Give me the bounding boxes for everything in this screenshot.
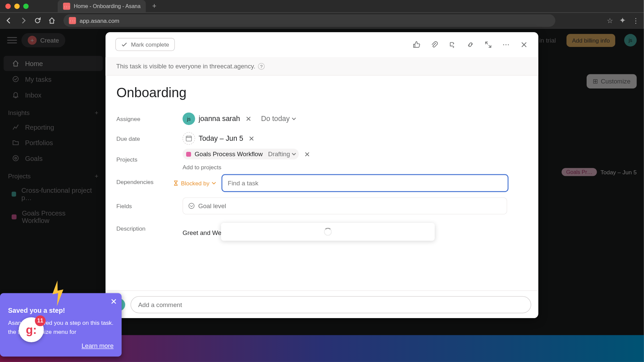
chevron-down-icon: [212, 181, 216, 185]
svg-rect-4: [186, 136, 192, 141]
badge-count: 11: [35, 315, 46, 326]
toast-title: Saved you a step!: [8, 306, 114, 314]
menu-icon[interactable]: ⋮: [632, 16, 639, 25]
add-to-projects-button[interactable]: Add to projects: [182, 164, 221, 171]
dependency-type-dropdown[interactable]: Blocked by: [173, 180, 216, 187]
address-bar[interactable]: app.asana.com: [63, 14, 555, 27]
comment-input[interactable]: Add a comment: [130, 296, 531, 313]
calendar-icon[interactable]: [182, 132, 195, 145]
project-color-icon: [186, 152, 191, 157]
hourglass-icon: [173, 181, 179, 186]
window-close-icon[interactable]: [5, 4, 11, 9]
check-icon: [121, 41, 127, 48]
section-dropdown[interactable]: Drafting: [268, 150, 296, 158]
automation-toast: ✕ Saved you a step! Asana just saved you…: [0, 293, 122, 356]
extensions-icon[interactable]: ✦: [619, 16, 626, 25]
remove-project-button[interactable]: ✕: [302, 150, 312, 158]
assignee-avatar[interactable]: js: [182, 113, 195, 125]
browser-toolbar: app.asana.com ☆ ✦ ⋮: [0, 12, 644, 28]
window-minimize-icon[interactable]: [14, 4, 20, 9]
task-title[interactable]: Onboarding: [116, 80, 528, 109]
field-label-assignee: Assignee: [116, 116, 182, 122]
field-label-due: Due date: [116, 135, 182, 142]
chevron-down-icon: [291, 152, 296, 156]
due-date-value[interactable]: Today – Jun 5: [199, 134, 243, 142]
custom-field-goal-level[interactable]: Goal level: [182, 197, 507, 215]
priority-dropdown[interactable]: Do today: [261, 115, 296, 123]
extension-badge[interactable]: 11: [19, 317, 44, 342]
url-text: app.asana.com: [79, 17, 119, 24]
back-button[interactable]: [4, 16, 13, 25]
visibility-banner: This task is visible to everyone in thre…: [106, 57, 538, 76]
attachment-icon[interactable]: [430, 40, 439, 49]
tab-title: Home - Onboarding - Asana: [74, 3, 141, 9]
find-task-input[interactable]: [221, 174, 508, 192]
loading-spinner-icon: [324, 228, 332, 236]
reload-button[interactable]: [33, 16, 42, 25]
mark-complete-button[interactable]: Mark complete: [115, 38, 175, 51]
task-search-dropdown: [221, 223, 435, 241]
site-favicon-icon: [69, 17, 76, 24]
chevron-down-icon: [291, 117, 296, 121]
dropdown-field-icon: [188, 203, 195, 209]
svg-point-5: [189, 203, 194, 209]
like-icon[interactable]: [412, 40, 421, 49]
asana-favicon-icon: [63, 3, 70, 10]
forward-button[interactable]: [19, 16, 28, 25]
task-detail-pane: Mark complete ⋯ This task is visible to …: [106, 32, 538, 318]
toast-close-button[interactable]: ✕: [110, 297, 117, 306]
subtask-icon[interactable]: [448, 40, 457, 49]
assignee-name[interactable]: joanna sarah: [199, 115, 240, 123]
close-icon[interactable]: [520, 40, 529, 49]
link-icon[interactable]: [466, 40, 475, 49]
field-label-description: Description: [116, 224, 182, 232]
project-chip[interactable]: Goals Process Workflow Drafting: [182, 149, 299, 160]
home-button[interactable]: [47, 16, 56, 25]
window-zoom-icon[interactable]: [23, 4, 29, 9]
field-label-projects: Projects: [116, 157, 182, 163]
star-icon[interactable]: ☆: [607, 16, 613, 25]
learn-more-link[interactable]: Learn more: [8, 342, 114, 349]
browser-tab[interactable]: Home - Onboarding - Asana: [58, 0, 146, 12]
field-label-dependencies: Dependencies: [116, 174, 173, 185]
window-titlebar: Home - Onboarding - Asana +: [0, 0, 644, 12]
field-label-fields: Fields: [116, 203, 182, 209]
clear-assignee-button[interactable]: ✕: [244, 115, 253, 123]
more-icon[interactable]: ⋯: [502, 40, 511, 49]
fullscreen-icon[interactable]: [484, 40, 493, 49]
new-tab-button[interactable]: +: [152, 2, 156, 10]
clear-due-button[interactable]: ✕: [247, 134, 256, 143]
help-icon[interactable]: ?: [258, 63, 265, 69]
